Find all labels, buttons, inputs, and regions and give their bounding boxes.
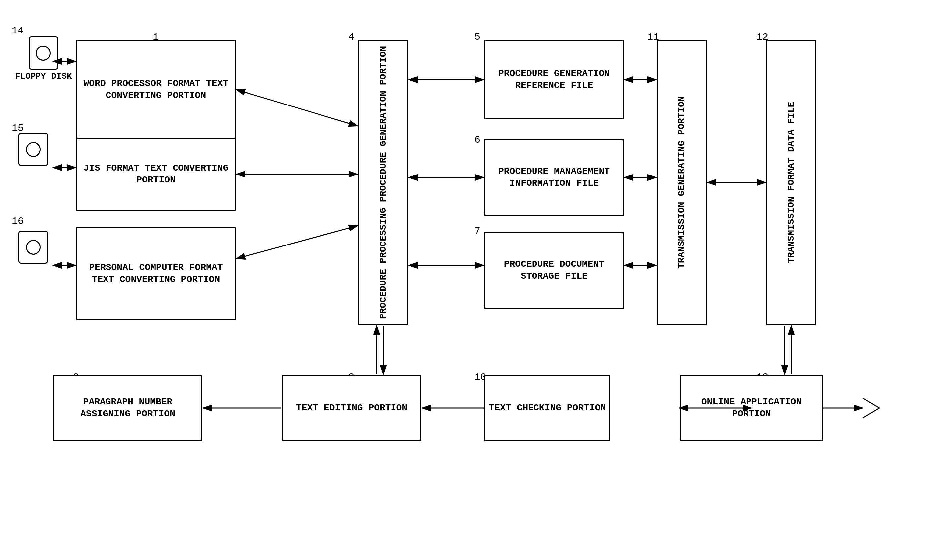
box-4: PROCEDURE PROCESSING PROCEDURE GENERATIO…: [358, 40, 408, 325]
disk-label-14: FLOPPY DISK: [15, 71, 72, 82]
disk-icon-15: [18, 133, 48, 166]
label-16: 16: [12, 216, 24, 227]
box-12-label: TRANSMISSION FORMAT DATA FILE: [785, 101, 797, 263]
box-2-label: JIS FORMAT TEXT CONVERTING PORTION: [81, 162, 231, 186]
floppy-disk-14: FLOPPY DISK: [15, 36, 72, 82]
box-6-label: PROCEDURE MANAGEMENT INFORMATION FILE: [489, 165, 619, 190]
box-10-label: TEXT CHECKING PORTION: [489, 402, 606, 414]
box-8: TEXT EDITING PORTION: [282, 375, 421, 441]
disk-circle-14: [36, 46, 51, 61]
box-6: PROCEDURE MANAGEMENT INFORMATION FILE: [484, 139, 624, 216]
svg-line-5: [236, 89, 358, 126]
box-11: TRANSMISSION GENERATING PORTION: [657, 40, 707, 325]
disk-circle-15: [26, 142, 41, 157]
box-1-label: WORD PROCESSOR FORMAT TEXT CONVERTING PO…: [81, 78, 231, 102]
diagram: 1 2 3 4 5 6 7 8 9 10 11 12 13 14 15 16 F…: [0, 0, 926, 560]
box-7-label: PROCEDURE DOCUMENT STORAGE FILE: [489, 259, 619, 283]
box-4-label: PROCEDURE PROCESSING PROCEDURE GENERATIO…: [377, 46, 389, 319]
disk-icon-14: [29, 36, 58, 70]
box-8-label: TEXT EDITING PORTION: [296, 402, 407, 414]
label-6: 6: [474, 134, 480, 146]
box-9-label: PARAGRAPH NUMBER ASSIGNING PORTION: [57, 396, 198, 420]
svg-line-7: [236, 226, 358, 259]
box-13: ONLINE APPLICATION PORTION: [680, 375, 823, 441]
box-1: WORD PROCESSOR FORMAT TEXT CONVERTING PO…: [76, 40, 236, 139]
label-15: 15: [12, 123, 24, 134]
box-11-label: TRANSMISSION GENERATING PORTION: [676, 96, 688, 269]
box-12: TRANSMISSION FORMAT DATA FILE: [766, 40, 816, 325]
floppy-disk-15: [18, 133, 48, 168]
floppy-disk-16: [18, 230, 48, 265]
disk-icon-16: [18, 230, 48, 264]
label-5: 5: [474, 32, 480, 43]
box-7: PROCEDURE DOCUMENT STORAGE FILE: [484, 232, 624, 309]
box-5: PROCEDURE GENERATION REFERENCE FILE: [484, 40, 624, 120]
box-3-label: PERSONAL COMPUTER FORMAT TEXT CONVERTING…: [81, 262, 231, 286]
box-10: TEXT CHECKING PORTION: [484, 375, 610, 441]
label-4: 4: [348, 32, 354, 43]
box-3: PERSONAL COMPUTER FORMAT TEXT CONVERTING…: [76, 227, 236, 320]
label-14: 14: [12, 25, 24, 36]
box-13-label: ONLINE APPLICATION PORTION: [684, 396, 819, 420]
disk-circle-16: [26, 240, 41, 255]
label-7: 7: [474, 226, 480, 237]
box-2: JIS FORMAT TEXT CONVERTING PORTION: [76, 138, 236, 211]
box-5-label: PROCEDURE GENERATION REFERENCE FILE: [489, 68, 619, 92]
box-9: PARAGRAPH NUMBER ASSIGNING PORTION: [53, 375, 203, 441]
